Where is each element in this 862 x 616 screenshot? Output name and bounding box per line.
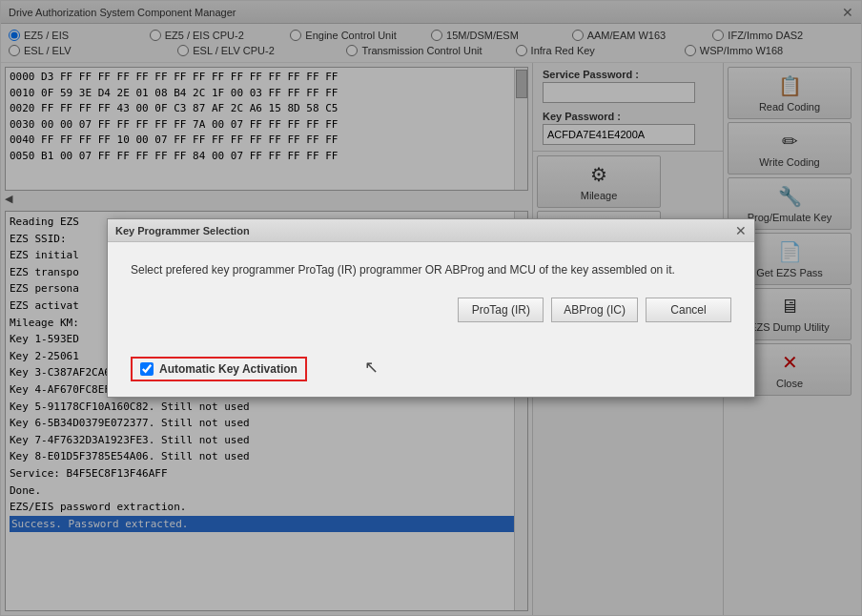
automatic-key-activation-row[interactable]: Automatic Key Activation	[131, 357, 307, 381]
automatic-key-activation-label: Automatic Key Activation	[159, 362, 298, 376]
dialog-close-button[interactable]: ✕	[735, 223, 747, 238]
dialog-box: Key Programmer Selection ✕ Select prefer…	[107, 218, 755, 398]
cancel-dialog-button[interactable]: Cancel	[646, 298, 731, 322]
abprog-ic-button[interactable]: ABProg (IC)	[551, 298, 638, 322]
dialog-overlay: Key Programmer Selection ✕ Select prefer…	[1, 1, 861, 615]
protag-ir-button[interactable]: ProTag (IR)	[458, 298, 544, 322]
dialog-title-bar: Key Programmer Selection ✕	[108, 219, 754, 242]
cursor-indicator: ↖	[364, 357, 379, 378]
dialog-bottom: Automatic Key Activation ↖	[108, 353, 754, 397]
dialog-title: Key Programmer Selection	[115, 225, 250, 236]
dialog-message: Select prefered key programmer ProTag (I…	[131, 261, 731, 278]
dialog-buttons: ProTag (IR) ABProg (IC) Cancel	[131, 298, 731, 322]
main-window: Drive Authorization System Component Man…	[0, 0, 862, 616]
dialog-body: Select prefered key programmer ProTag (I…	[108, 242, 754, 353]
automatic-key-activation-checkbox[interactable]	[140, 362, 154, 376]
